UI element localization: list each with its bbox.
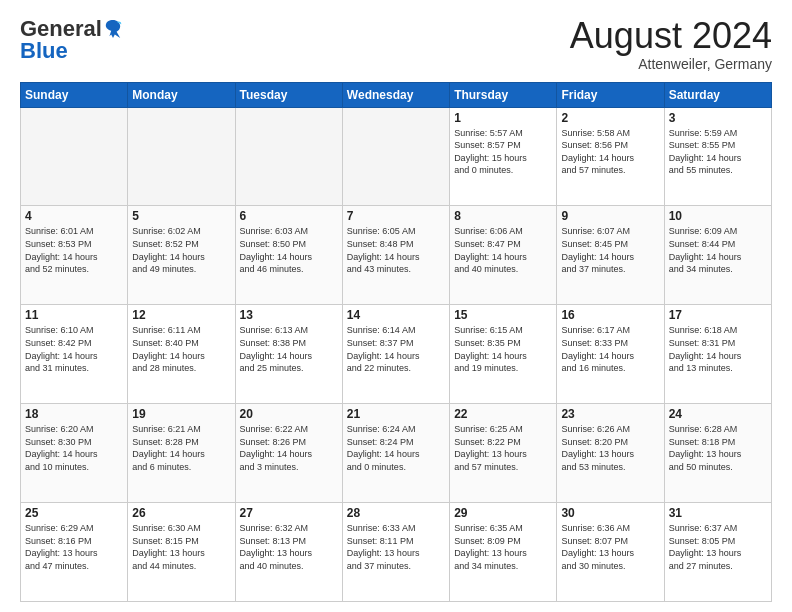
day-number: 10: [669, 209, 767, 223]
day-number: 19: [132, 407, 230, 421]
day-number: 2: [561, 111, 659, 125]
day-number: 1: [454, 111, 552, 125]
day-number: 28: [347, 506, 445, 520]
day-detail: Sunrise: 5:57 AM Sunset: 8:57 PM Dayligh…: [454, 127, 552, 177]
calendar-week-row: 4Sunrise: 6:01 AM Sunset: 8:53 PM Daylig…: [21, 206, 772, 305]
calendar-day-cell: 6Sunrise: 6:03 AM Sunset: 8:50 PM Daylig…: [235, 206, 342, 305]
day-detail: Sunrise: 6:09 AM Sunset: 8:44 PM Dayligh…: [669, 225, 767, 275]
calendar-day-cell: 18Sunrise: 6:20 AM Sunset: 8:30 PM Dayli…: [21, 404, 128, 503]
day-detail: Sunrise: 6:10 AM Sunset: 8:42 PM Dayligh…: [25, 324, 123, 374]
day-detail: Sunrise: 6:35 AM Sunset: 8:09 PM Dayligh…: [454, 522, 552, 572]
day-number: 21: [347, 407, 445, 421]
day-number: 9: [561, 209, 659, 223]
calendar-day-cell: [235, 107, 342, 206]
calendar-day-cell: 20Sunrise: 6:22 AM Sunset: 8:26 PM Dayli…: [235, 404, 342, 503]
day-detail: Sunrise: 6:33 AM Sunset: 8:11 PM Dayligh…: [347, 522, 445, 572]
day-number: 7: [347, 209, 445, 223]
day-number: 23: [561, 407, 659, 421]
calendar-day-header: Saturday: [664, 82, 771, 107]
day-detail: Sunrise: 6:03 AM Sunset: 8:50 PM Dayligh…: [240, 225, 338, 275]
calendar-week-row: 18Sunrise: 6:20 AM Sunset: 8:30 PM Dayli…: [21, 404, 772, 503]
calendar-day-cell: 5Sunrise: 6:02 AM Sunset: 8:52 PM Daylig…: [128, 206, 235, 305]
calendar-header-row: SundayMondayTuesdayWednesdayThursdayFrid…: [21, 82, 772, 107]
calendar-day-header: Tuesday: [235, 82, 342, 107]
calendar-day-cell: [21, 107, 128, 206]
day-detail: Sunrise: 6:28 AM Sunset: 8:18 PM Dayligh…: [669, 423, 767, 473]
calendar-day-header: Monday: [128, 82, 235, 107]
day-number: 26: [132, 506, 230, 520]
calendar-table: SundayMondayTuesdayWednesdayThursdayFrid…: [20, 82, 772, 602]
calendar-day-cell: 31Sunrise: 6:37 AM Sunset: 8:05 PM Dayli…: [664, 503, 771, 602]
day-detail: Sunrise: 6:25 AM Sunset: 8:22 PM Dayligh…: [454, 423, 552, 473]
day-detail: Sunrise: 6:07 AM Sunset: 8:45 PM Dayligh…: [561, 225, 659, 275]
day-detail: Sunrise: 6:24 AM Sunset: 8:24 PM Dayligh…: [347, 423, 445, 473]
location: Attenweiler, Germany: [570, 56, 772, 72]
day-number: 3: [669, 111, 767, 125]
day-number: 4: [25, 209, 123, 223]
day-number: 20: [240, 407, 338, 421]
calendar-day-cell: 28Sunrise: 6:33 AM Sunset: 8:11 PM Dayli…: [342, 503, 449, 602]
day-number: 13: [240, 308, 338, 322]
day-detail: Sunrise: 6:05 AM Sunset: 8:48 PM Dayligh…: [347, 225, 445, 275]
day-detail: Sunrise: 6:32 AM Sunset: 8:13 PM Dayligh…: [240, 522, 338, 572]
day-detail: Sunrise: 6:17 AM Sunset: 8:33 PM Dayligh…: [561, 324, 659, 374]
calendar-day-cell: 22Sunrise: 6:25 AM Sunset: 8:22 PM Dayli…: [450, 404, 557, 503]
day-number: 24: [669, 407, 767, 421]
calendar-day-cell: 21Sunrise: 6:24 AM Sunset: 8:24 PM Dayli…: [342, 404, 449, 503]
day-detail: Sunrise: 6:15 AM Sunset: 8:35 PM Dayligh…: [454, 324, 552, 374]
day-number: 17: [669, 308, 767, 322]
logo-bird-icon: [104, 18, 122, 40]
day-number: 14: [347, 308, 445, 322]
calendar-week-row: 11Sunrise: 6:10 AM Sunset: 8:42 PM Dayli…: [21, 305, 772, 404]
day-number: 8: [454, 209, 552, 223]
page: General Blue August 2024 Attenweiler, Ge…: [0, 0, 792, 612]
calendar-day-cell: 14Sunrise: 6:14 AM Sunset: 8:37 PM Dayli…: [342, 305, 449, 404]
calendar-day-cell: 1Sunrise: 5:57 AM Sunset: 8:57 PM Daylig…: [450, 107, 557, 206]
day-number: 11: [25, 308, 123, 322]
day-detail: Sunrise: 6:26 AM Sunset: 8:20 PM Dayligh…: [561, 423, 659, 473]
calendar-day-cell: 9Sunrise: 6:07 AM Sunset: 8:45 PM Daylig…: [557, 206, 664, 305]
day-number: 22: [454, 407, 552, 421]
calendar-day-cell: 16Sunrise: 6:17 AM Sunset: 8:33 PM Dayli…: [557, 305, 664, 404]
day-detail: Sunrise: 6:13 AM Sunset: 8:38 PM Dayligh…: [240, 324, 338, 374]
calendar-day-cell: 29Sunrise: 6:35 AM Sunset: 8:09 PM Dayli…: [450, 503, 557, 602]
calendar-day-cell: 19Sunrise: 6:21 AM Sunset: 8:28 PM Dayli…: [128, 404, 235, 503]
calendar-day-cell: 30Sunrise: 6:36 AM Sunset: 8:07 PM Dayli…: [557, 503, 664, 602]
calendar-day-cell: 8Sunrise: 6:06 AM Sunset: 8:47 PM Daylig…: [450, 206, 557, 305]
day-detail: Sunrise: 6:02 AM Sunset: 8:52 PM Dayligh…: [132, 225, 230, 275]
day-number: 15: [454, 308, 552, 322]
day-detail: Sunrise: 6:30 AM Sunset: 8:15 PM Dayligh…: [132, 522, 230, 572]
calendar-day-cell: 26Sunrise: 6:30 AM Sunset: 8:15 PM Dayli…: [128, 503, 235, 602]
day-number: 12: [132, 308, 230, 322]
day-detail: Sunrise: 6:11 AM Sunset: 8:40 PM Dayligh…: [132, 324, 230, 374]
day-number: 25: [25, 506, 123, 520]
day-detail: Sunrise: 6:01 AM Sunset: 8:53 PM Dayligh…: [25, 225, 123, 275]
calendar-day-cell: 27Sunrise: 6:32 AM Sunset: 8:13 PM Dayli…: [235, 503, 342, 602]
day-number: 5: [132, 209, 230, 223]
calendar-day-cell: 7Sunrise: 6:05 AM Sunset: 8:48 PM Daylig…: [342, 206, 449, 305]
calendar-day-cell: 2Sunrise: 5:58 AM Sunset: 8:56 PM Daylig…: [557, 107, 664, 206]
day-detail: Sunrise: 6:37 AM Sunset: 8:05 PM Dayligh…: [669, 522, 767, 572]
day-number: 27: [240, 506, 338, 520]
calendar-day-cell: 13Sunrise: 6:13 AM Sunset: 8:38 PM Dayli…: [235, 305, 342, 404]
day-detail: Sunrise: 5:58 AM Sunset: 8:56 PM Dayligh…: [561, 127, 659, 177]
day-detail: Sunrise: 6:21 AM Sunset: 8:28 PM Dayligh…: [132, 423, 230, 473]
day-number: 31: [669, 506, 767, 520]
calendar-week-row: 25Sunrise: 6:29 AM Sunset: 8:16 PM Dayli…: [21, 503, 772, 602]
calendar-day-cell: [128, 107, 235, 206]
calendar-day-cell: 11Sunrise: 6:10 AM Sunset: 8:42 PM Dayli…: [21, 305, 128, 404]
calendar-day-header: Thursday: [450, 82, 557, 107]
calendar-day-cell: 12Sunrise: 6:11 AM Sunset: 8:40 PM Dayli…: [128, 305, 235, 404]
logo: General Blue: [20, 16, 120, 64]
day-detail: Sunrise: 6:22 AM Sunset: 8:26 PM Dayligh…: [240, 423, 338, 473]
header: General Blue August 2024 Attenweiler, Ge…: [20, 16, 772, 72]
calendar-day-cell: 23Sunrise: 6:26 AM Sunset: 8:20 PM Dayli…: [557, 404, 664, 503]
calendar-day-header: Sunday: [21, 82, 128, 107]
day-detail: Sunrise: 6:36 AM Sunset: 8:07 PM Dayligh…: [561, 522, 659, 572]
calendar-day-cell: 15Sunrise: 6:15 AM Sunset: 8:35 PM Dayli…: [450, 305, 557, 404]
day-detail: Sunrise: 5:59 AM Sunset: 8:55 PM Dayligh…: [669, 127, 767, 177]
calendar-day-cell: 10Sunrise: 6:09 AM Sunset: 8:44 PM Dayli…: [664, 206, 771, 305]
calendar-day-cell: 25Sunrise: 6:29 AM Sunset: 8:16 PM Dayli…: [21, 503, 128, 602]
calendar-week-row: 1Sunrise: 5:57 AM Sunset: 8:57 PM Daylig…: [21, 107, 772, 206]
calendar-day-header: Friday: [557, 82, 664, 107]
